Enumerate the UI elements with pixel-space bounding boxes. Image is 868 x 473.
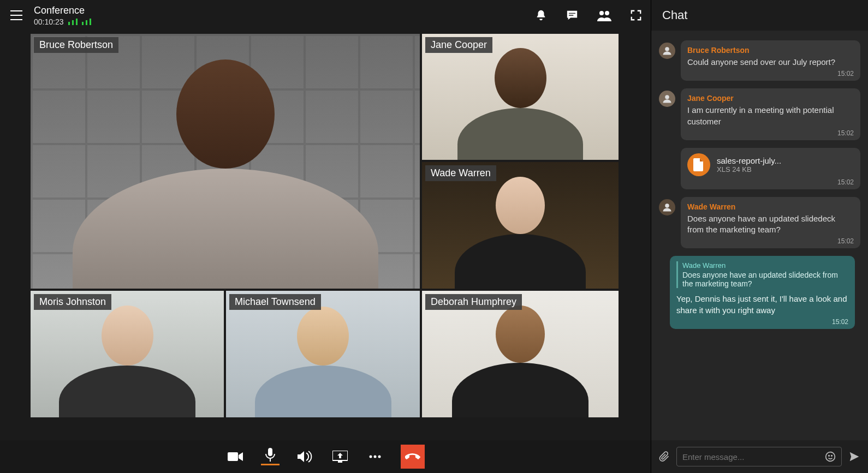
chat-time: 15:02 bbox=[687, 70, 854, 77]
participant-label: Bruce Robertson bbox=[34, 37, 118, 53]
bell-icon[interactable] bbox=[535, 9, 547, 21]
send-icon[interactable] bbox=[848, 451, 860, 462]
quote-text: Does anyone have an updated slidedeck fr… bbox=[682, 271, 838, 288]
chat-time: 15:02 bbox=[687, 237, 854, 245]
chat-sender: Jane Cooper bbox=[687, 94, 854, 103]
svg-point-7 bbox=[374, 456, 377, 458]
conference-title: Conference bbox=[34, 5, 91, 16]
chat-messages: Bruce Robertson Could anyone send over o… bbox=[651, 31, 868, 440]
participant-label: Jane Cooper bbox=[425, 37, 492, 53]
participant-label: Deborah Humphrey bbox=[425, 294, 522, 310]
chat-bubble[interactable]: Jane Cooper I am currently in a meeting … bbox=[681, 88, 860, 140]
chat-message: Jane Cooper I am currently in a meeting … bbox=[659, 88, 860, 140]
participant-label: Wade Warren bbox=[425, 165, 496, 181]
attach-icon[interactable] bbox=[659, 451, 670, 463]
chat-sender: Bruce Robertson bbox=[687, 46, 854, 55]
video-tile-michael[interactable]: Michael Townsend bbox=[226, 291, 420, 417]
participant-label: Michael Townsend bbox=[229, 294, 321, 310]
call-timer: 00:10:23 bbox=[34, 17, 64, 26]
participants-icon[interactable] bbox=[597, 9, 611, 21]
more-options[interactable] bbox=[366, 447, 384, 466]
chat-message: Wade Warren Does anyone have an updated … bbox=[659, 197, 860, 249]
chat-time: 15:02 bbox=[676, 318, 848, 326]
app-root: Conference 00:10:23 bbox=[0, 0, 868, 473]
svg-point-10 bbox=[665, 95, 669, 100]
signal-icon bbox=[68, 19, 78, 25]
chat-text: Does anyone have an updated slidedeck fr… bbox=[687, 213, 854, 236]
chat-input-bar bbox=[651, 440, 868, 473]
subline: 00:10:23 bbox=[34, 17, 91, 26]
file-meta: XLS 24 KB bbox=[717, 165, 781, 173]
chat-input-box[interactable] bbox=[676, 447, 842, 466]
svg-point-0 bbox=[599, 11, 604, 15]
video-tile-deborah[interactable]: Deborah Humphrey bbox=[422, 291, 619, 417]
svg-rect-3 bbox=[268, 448, 272, 456]
quoted-block: Wade Warren Does anyone have an updated … bbox=[676, 261, 848, 288]
participant-label: Moris Johnston bbox=[34, 294, 111, 310]
chat-message-own: Wade Warren Does anyone have an updated … bbox=[659, 256, 860, 329]
mic-level-bar bbox=[261, 464, 280, 465]
chat-icon[interactable] bbox=[566, 9, 579, 21]
top-bar: Conference 00:10:23 bbox=[0, 0, 651, 31]
video-tile-moris[interactable]: Moris Johnston bbox=[31, 291, 224, 417]
svg-point-1 bbox=[605, 11, 609, 15]
call-controls bbox=[0, 440, 651, 473]
svg-point-6 bbox=[370, 456, 372, 458]
chat-message-file: sales-report-july... XLS 24 KB 15:02 bbox=[659, 148, 860, 189]
file-icon bbox=[687, 153, 710, 176]
chat-text: I am currently in a meeting with potenti… bbox=[687, 105, 854, 127]
chat-text: Could anyone send over our July report? bbox=[687, 57, 854, 68]
screenshare-button[interactable] bbox=[331, 447, 349, 466]
svg-point-9 bbox=[665, 47, 669, 51]
avatar bbox=[659, 199, 675, 215]
chat-bubble[interactable]: Wade Warren Does anyone have an updated … bbox=[681, 197, 860, 249]
video-tile-jane[interactable]: Jane Cooper bbox=[422, 34, 619, 160]
fullscreen-icon[interactable] bbox=[630, 9, 642, 21]
hangup-button[interactable] bbox=[401, 445, 425, 469]
svg-point-11 bbox=[665, 203, 669, 208]
title-block: Conference 00:10:23 bbox=[34, 5, 91, 26]
top-actions bbox=[535, 9, 642, 21]
chat-input[interactable] bbox=[682, 452, 825, 462]
video-stage: Bruce Robertson Jane Cooper bbox=[0, 31, 651, 440]
chat-message: Bruce Robertson Could anyone send over o… bbox=[659, 40, 860, 81]
mic-toggle[interactable] bbox=[261, 448, 280, 465]
video-tile-bruce[interactable]: Bruce Robertson bbox=[31, 34, 420, 289]
video-tile-wade[interactable]: Wade Warren bbox=[422, 162, 619, 289]
chat-title: Chat bbox=[651, 0, 868, 31]
main-area: Conference 00:10:23 bbox=[0, 0, 651, 473]
menu-button[interactable] bbox=[9, 8, 24, 23]
file-bubble[interactable]: sales-report-july... XLS 24 KB 15:02 bbox=[681, 148, 860, 189]
file-name: sales-report-july... bbox=[717, 156, 781, 165]
svg-point-13 bbox=[829, 456, 830, 457]
chat-sender: Wade Warren bbox=[687, 202, 854, 211]
chat-panel: Chat Bruce Robertson Could anyone send o… bbox=[651, 0, 868, 473]
avatar bbox=[659, 43, 675, 59]
chat-bubble-own[interactable]: Wade Warren Does anyone have an updated … bbox=[670, 256, 855, 329]
speaker-toggle[interactable] bbox=[296, 447, 314, 466]
svg-rect-2 bbox=[228, 452, 238, 461]
chat-text: Yep, Dennis has just sent it, I'll have … bbox=[676, 294, 848, 316]
avatar bbox=[659, 91, 675, 107]
svg-point-14 bbox=[831, 456, 833, 457]
svg-point-12 bbox=[826, 452, 835, 462]
svg-point-8 bbox=[378, 456, 381, 458]
svg-rect-5 bbox=[338, 461, 342, 463]
chat-time: 15:02 bbox=[687, 129, 854, 137]
signal-icon bbox=[82, 19, 91, 25]
emoji-icon[interactable] bbox=[825, 451, 836, 462]
chat-time: 15:02 bbox=[687, 178, 854, 186]
video-grid: Bruce Robertson Jane Cooper bbox=[4, 34, 646, 440]
quote-sender: Wade Warren bbox=[682, 261, 848, 270]
chat-bubble[interactable]: Bruce Robertson Could anyone send over o… bbox=[681, 40, 860, 81]
camera-toggle[interactable] bbox=[226, 447, 245, 466]
